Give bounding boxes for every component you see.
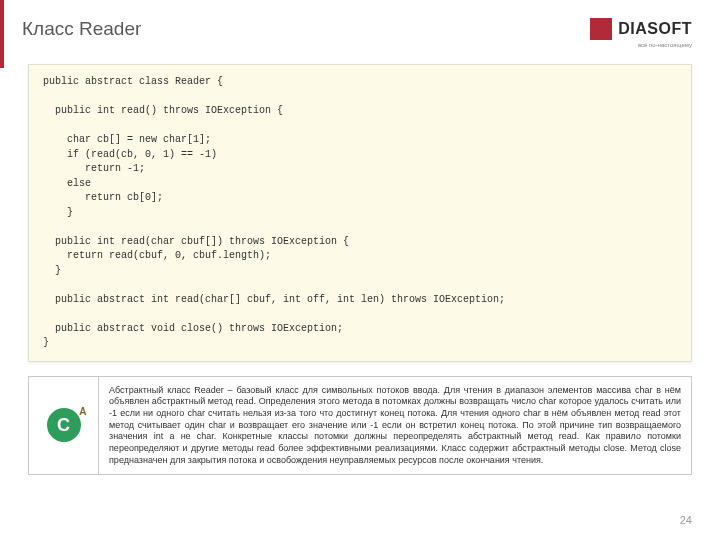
description-table: C A Абстрактный класс Reader – базовый к… — [28, 376, 692, 476]
class-icon-sup: A — [79, 406, 86, 417]
code-block: public abstract class Reader { public in… — [28, 64, 692, 362]
description-cell: Абстрактный класс Reader – базовый класс… — [99, 376, 692, 475]
class-icon: C A — [47, 408, 81, 442]
class-icon-letter: C — [57, 415, 70, 436]
description-text: Абстрактный класс Reader – базовый класс… — [109, 385, 681, 467]
header: Класс Reader DIASOFT всё по-настоящему — [0, 0, 720, 58]
page-number: 24 — [680, 514, 692, 526]
accent-bar — [0, 0, 4, 68]
brand-logo-icon — [590, 18, 612, 40]
brand-block: DIASOFT всё по-настоящему — [590, 18, 692, 48]
class-icon-cell: C A — [29, 376, 99, 475]
page-title: Класс Reader — [22, 18, 141, 40]
brand-tagline: всё по-настоящему — [590, 42, 692, 48]
brand-wordmark: DIASOFT — [618, 20, 692, 38]
